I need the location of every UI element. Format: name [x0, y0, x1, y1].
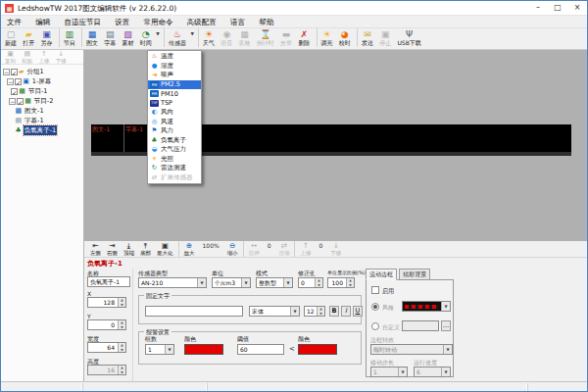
tree-checkbox[interactable]: ✓ [15, 78, 22, 85]
style-radio[interactable] [371, 303, 379, 311]
tree-checkbox[interactable]: ✓ [11, 69, 18, 75]
menu-item[interactable]: 设置 [109, 16, 135, 28]
threshold-input[interactable]: 60 [237, 344, 284, 355]
tree-node[interactable]: ♣ 负氧离子-1 [1, 125, 83, 135]
tree-toolbar-button-copy[interactable]: ▣ 复制 [3, 50, 18, 65]
chevron-down-icon[interactable] [290, 307, 299, 316]
unit-scale-stepper[interactable]: 100 [327, 277, 355, 288]
area-toolbar-button-shift-down[interactable]: ↓ 下移 [327, 241, 344, 257]
browse-button[interactable]: … [441, 320, 451, 331]
area-toolbar-button-align-top[interactable]: ⇥ 顶端 [121, 241, 137, 257]
preview-region-graphic[interactable]: 图文-1 [91, 124, 124, 152]
alarm-color2-swatch[interactable] [298, 344, 337, 355]
tree-toolbar-button-move-up[interactable]: ↑ 上移 [36, 50, 51, 65]
width-stepper[interactable]: 64 [87, 342, 126, 353]
sensor-menu-item-wind-speed[interactable]: ◎ 风速 [148, 118, 201, 127]
toolbar-button-stop[interactable]: ▣ 停止 ▼ [377, 28, 393, 47]
tree-node[interactable]: − ✓ ▦ 节目-2 [1, 96, 83, 106]
menu-item[interactable]: 常用命令 [137, 16, 178, 28]
toolbar-button-subtitle[interactable]: ▤ 字幕 ▼ [102, 28, 118, 47]
mode-select[interactable]: 整数型 [256, 277, 293, 288]
toolbar-button-lightband[interactable]: ▬ 光带 ▼ [278, 28, 294, 47]
tree-node[interactable]: ▩ 图文-1 [1, 106, 83, 116]
toolbar-button-sensor[interactable]: ♨ 传感器 ▼ [164, 28, 194, 47]
toolbar-button-graphic[interactable]: ▦ 图文 ▼ [81, 28, 100, 47]
area-toolbar-button-zoom-level[interactable]: 100% [198, 241, 224, 257]
enable-checkbox[interactable] [371, 286, 379, 294]
tree-toolbar-button-move-down[interactable]: ↓ 下移 [54, 50, 69, 65]
spinner-arrows-icon[interactable] [118, 298, 125, 307]
toolbar-button-weather[interactable]: ☀ 天气 ▼ [198, 28, 217, 47]
area-toolbar-button-align-left[interactable]: ⇤ 左侧 [87, 241, 104, 257]
bold-button[interactable]: B [329, 306, 339, 317]
toolbar-button-open[interactable]: ▰ 打开 ▼ [21, 28, 36, 47]
maximize-button[interactable]: □ [548, 1, 567, 16]
custom-radio[interactable] [371, 322, 379, 330]
toolbar-button-table[interactable]: ▦ 表格 ▼ [237, 28, 253, 47]
sensor-menu-item-humidity[interactable]: ● 湿度 [148, 62, 201, 72]
area-toolbar-button-zoom-in[interactable]: ⊕ 放大 [178, 241, 198, 257]
spinner-arrows-icon[interactable] [315, 278, 322, 287]
chevron-down-icon[interactable] [241, 278, 250, 287]
sensor-menu-item-illumination[interactable]: ☀ 光照 [148, 155, 201, 165]
correction-stepper[interactable]: 0 [298, 277, 323, 288]
italic-button[interactable]: I [341, 306, 351, 317]
area-toolbar-button-shift-up[interactable]: ↑ 上移 [294, 241, 314, 257]
tree-expander-icon[interactable]: − [3, 69, 10, 75]
unit-select[interactable]: 个/cm3 [212, 277, 251, 288]
sensor-menu-item-tsp[interactable]: TSP TSP [148, 99, 201, 109]
sensor-menu-item-noise[interactable]: ◄ 噪声 [148, 71, 201, 80]
sensor-menu-item-temperature[interactable]: ♨ 温度 [148, 52, 201, 62]
sensor-menu-item-wind-force[interactable]: ⚑ 风力 [148, 126, 201, 136]
area-toolbar-button-shift-value[interactable]: 0 [314, 241, 327, 257]
area-toolbar-button-stretch[interactable]: ↔ 拉伸 [243, 241, 263, 257]
border-style-select[interactable] [402, 301, 451, 312]
group-count-select[interactable]: 1 [145, 344, 174, 355]
menu-item[interactable]: 文件 [1, 16, 27, 28]
alarm-color-swatch[interactable] [184, 344, 223, 355]
spinner-arrows-icon[interactable] [118, 320, 125, 329]
sensor-type-select[interactable]: AN-210 [138, 277, 207, 288]
area-toolbar-button-compress[interactable]: ⇄ 压缩 [275, 241, 292, 257]
area-toolbar-button-align-right[interactable]: ⇥ 右侧 [104, 241, 121, 257]
chevron-down-icon[interactable] [283, 278, 292, 287]
underline-button[interactable]: U [353, 306, 363, 317]
toolbar-button-material[interactable]: ▧ 素材 ▼ [120, 28, 135, 47]
spinner-arrows-icon[interactable] [317, 307, 324, 316]
area-toolbar-button-maximize-area[interactable]: ▣ 最大化 [154, 241, 176, 257]
toolbar-button-time[interactable]: ◔ 时间 ▼ [138, 28, 160, 47]
toolbar-button-voice[interactable]: ◉ 语音 ▼ [219, 28, 234, 47]
menu-item[interactable]: 帮助 [253, 16, 279, 28]
menu-item[interactable]: 语言 [224, 16, 251, 28]
toolbar-button-time-sync[interactable]: ◕ 校时 ▼ [337, 28, 353, 47]
font-size-stepper[interactable]: 12 [304, 306, 325, 317]
chevron-down-icon[interactable]: ▼ [190, 31, 193, 36]
minimize-button[interactable]: – [528, 1, 548, 16]
chevron-down-icon[interactable] [441, 302, 450, 311]
tree-checkbox[interactable]: ✓ [17, 98, 24, 105]
sensor-menu-item-wind-direction[interactable]: ◐ 风向 [148, 108, 201, 118]
name-field[interactable]: 负氧离子-1 [87, 276, 130, 287]
toolbar-button-save-as[interactable]: ▣ 另存 ▼ [38, 28, 54, 47]
tab-flow-border[interactable]: 流动边框 [366, 269, 397, 280]
font-select[interactable]: 宋体 [249, 306, 300, 317]
tree-checkbox[interactable]: ✓ [11, 88, 18, 95]
tree-expander-icon[interactable]: − [7, 78, 14, 85]
sensor-menu-item-pm10[interactable]: PM PM10 [148, 89, 201, 99]
spinner-arrows-icon[interactable] [118, 343, 125, 352]
tree-node[interactable]: ▤ 字幕-1 [1, 116, 83, 125]
toolbar-button-program[interactable]: ▥ 节目 ▼ [59, 28, 77, 47]
toolbar-button-new[interactable]: ▢ 新建 ▼ [3, 28, 19, 47]
chevron-down-icon[interactable]: ▼ [156, 31, 159, 36]
spinner-arrows-icon[interactable] [346, 278, 354, 287]
sensor-menu-item-pm25[interactable]: PM PM2.5 [148, 80, 201, 90]
toolbar-button-send[interactable]: ✉ 发送 ▼ [357, 28, 375, 47]
toolbar-button-brightness[interactable]: ☀ 调亮 ▼ [317, 28, 335, 47]
chevron-down-icon[interactable] [197, 278, 206, 287]
toolbar-button-countdown[interactable]: ⌛ 倒计时 ▼ [255, 28, 276, 47]
menu-item[interactable]: 自适应节目 [58, 16, 107, 28]
tree-node[interactable]: ✓ ▦ 节目-1 [1, 86, 83, 96]
tree-expander-icon[interactable]: − [9, 98, 16, 105]
sensor-menu-item-radar-speed[interactable]: ↻ 雷达测速 [148, 164, 201, 173]
sensor-menu-item-extended-sensor[interactable]: ⇄ 扩展传感器 [148, 173, 201, 183]
